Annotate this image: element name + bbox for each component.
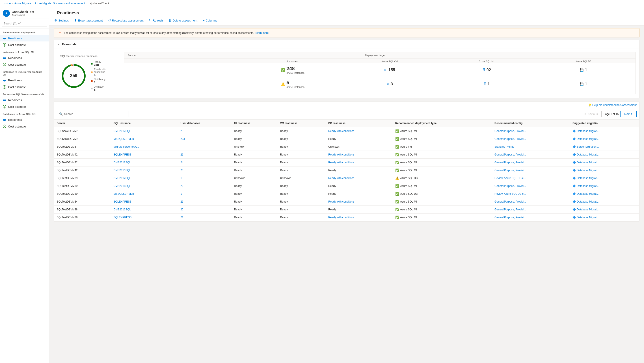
sql-instance-link[interactable]: DMS2016SQL: [114, 184, 131, 188]
table-toolbar: 🔍 < Previous Page 1 of 15 Next >: [54, 108, 639, 120]
sidebar-item-vm-cost[interactable]: $ Cost estimate: [0, 84, 49, 90]
learn-more-link[interactable]: Learn more.: [255, 31, 269, 34]
suggested-link[interactable]: Server Migration...: [577, 145, 599, 148]
essentials-header[interactable]: ▼ Essentials: [54, 40, 639, 48]
breadcrumb-azure-migrate[interactable]: Azure Migrate: [14, 2, 31, 5]
export-button[interactable]: ⬇ Export assessment: [74, 18, 103, 23]
sql-instance-link[interactable]: MSSQLSERVER: [114, 192, 134, 196]
sql-instance-link[interactable]: DMS2012SQL: [114, 130, 131, 133]
suggested-link[interactable]: Database Migrati...: [577, 208, 600, 211]
svg-point-8: [3, 57, 4, 59]
sidebar-search-input[interactable]: [2, 20, 47, 26]
col-mi-readiness[interactable]: MI readiness: [231, 120, 277, 127]
legend-conditions: Ready with conditions 5: [91, 68, 118, 77]
sidebar-item-vm-readiness[interactable]: Readiness: [0, 77, 49, 84]
svg-text:$: $: [4, 106, 5, 108]
suggested-link[interactable]: Database Migrati...: [577, 161, 600, 164]
col-vm-readiness[interactable]: VM readiness: [278, 120, 326, 127]
rec-config-link[interactable]: Standard_M8ms: [494, 145, 514, 148]
sidebar-item-srv-cost[interactable]: $ Cost estimate: [0, 103, 49, 110]
cell-sql-instance: MSSQLSERVER: [111, 135, 178, 143]
col-user-databases[interactable]: User databases: [178, 120, 231, 127]
sql-instance-link[interactable]: DMS2016SQL: [114, 169, 131, 172]
col-server[interactable]: Server: [54, 120, 111, 127]
suggested-link[interactable]: Database Migrati...: [577, 184, 600, 188]
sidebar-item-mi-cost[interactable]: $ Cost estimate: [0, 61, 49, 68]
suggested-link[interactable]: Database Migrati...: [577, 176, 600, 180]
rec-config-link[interactable]: GeneralPurpose, Provisi...: [494, 153, 526, 156]
cell-server: SQLTestDBVM38: [54, 214, 111, 222]
breadcrumb-discovery[interactable]: Azure Migrate: Discovery and assessment: [35, 2, 85, 5]
user-db-link[interactable]: 21: [180, 153, 183, 156]
delete-button[interactable]: 🗑 Delete assessment: [168, 18, 198, 23]
sidebar-item-db-readiness[interactable]: Readiness: [0, 116, 49, 123]
suggested-link[interactable]: Database Migrati...: [577, 216, 600, 219]
breadcrumb-home[interactable]: Home: [4, 2, 11, 5]
previous-button[interactable]: < Previous: [580, 111, 602, 117]
suggested-link[interactable]: Database Migrati...: [577, 200, 600, 203]
next-button[interactable]: Next >: [620, 111, 636, 117]
recalculate-button[interactable]: ↺ Recalculate assessment: [108, 18, 144, 23]
chart-container: SQL Server instance readiness: [58, 52, 120, 94]
user-db-link[interactable]: 2: [180, 130, 182, 133]
rec-config-link[interactable]: GeneralPurpose, Provisi...: [494, 161, 526, 164]
user-db-link[interactable]: 21: [180, 216, 183, 219]
cell-rec-config: GeneralPurpose, Provisi...: [492, 135, 570, 143]
sql-instance-link[interactable]: SQLEXPRESS: [114, 216, 132, 219]
sql-instance-link[interactable]: SQLEXPRESS: [114, 153, 132, 156]
user-db-link[interactable]: 21: [180, 200, 183, 203]
user-db-link[interactable]: 24: [180, 161, 183, 164]
pagination: < Previous Page 1 of 15 Next >: [580, 111, 636, 117]
rec-config-link[interactable]: GeneralPurpose, Provisi...: [494, 216, 526, 219]
sql-instance-link[interactable]: Migrate server to Az...: [114, 145, 140, 148]
sidebar-search-container: [0, 19, 49, 28]
cell-sql-instance: SQLEXPRESS: [111, 214, 178, 222]
user-db-link[interactable]: 20: [180, 169, 183, 172]
rec-config-link[interactable]: GeneralPurpose, Provisi...: [494, 184, 526, 188]
refresh-button[interactable]: ↻ Refresh: [148, 18, 163, 23]
rec-config-link[interactable]: GeneralPurpose, Provisi...: [494, 130, 526, 133]
sidebar-item-mi-readiness[interactable]: Readiness: [0, 54, 49, 61]
rec-config-link[interactable]: Review Azure SQL DB c...: [494, 192, 526, 196]
rec-config-link[interactable]: GeneralPurpose, Provisi...: [494, 137, 526, 140]
suggested-link[interactable]: Database Migrati...: [577, 137, 600, 140]
columns-icon: ≡: [203, 18, 204, 22]
rec-config-link[interactable]: GeneralPurpose, Provisi...: [494, 200, 526, 203]
col-sql-instance[interactable]: SQL instance: [111, 120, 178, 127]
col-rec-config[interactable]: Recommended config...: [492, 120, 570, 127]
sql-instance-link[interactable]: SQLEXPRESS: [114, 200, 132, 203]
col-db-readiness[interactable]: DB readiness: [326, 120, 392, 127]
sql-instance-link[interactable]: MSSQLSERVER: [114, 137, 134, 140]
cell-db-readiness: Ready: [326, 190, 392, 198]
sidebar-item-srv-readiness[interactable]: Readiness: [0, 96, 49, 103]
suggested-link[interactable]: Database Migrati...: [577, 169, 600, 172]
user-db-link[interactable]: 203: [180, 137, 185, 140]
sidebar-item-rec-cost[interactable]: $ Cost estimate: [0, 42, 49, 48]
more-options-button[interactable]: ···: [82, 10, 88, 16]
user-db-link[interactable]: 20: [180, 184, 183, 188]
rec-config-link[interactable]: GeneralPurpose, Provisi...: [494, 208, 526, 211]
user-db-link[interactable]: 1: [180, 192, 182, 196]
help-link[interactable]: 💡 Help me understand this assessment: [588, 104, 636, 107]
sidebar-item-db-cost[interactable]: $ Cost estimate: [0, 123, 49, 130]
svg-text:$: $: [4, 44, 5, 46]
user-db-link[interactable]: 1: [180, 176, 182, 180]
table-search-input[interactable]: [64, 112, 126, 116]
check-deploy-icon: ✅: [395, 129, 399, 133]
settings-button[interactable]: ⚙ Settings: [54, 18, 69, 23]
sidebar-item-rec-readiness[interactable]: Readiness: [0, 35, 49, 42]
col-deploy-type[interactable]: Recommended deployment type: [392, 120, 492, 127]
svg-point-9: [4, 57, 6, 59]
sql-instance-link[interactable]: DMS2016SQL: [114, 208, 131, 211]
sql-instance-link[interactable]: DMS2012SQL: [114, 176, 131, 180]
suggested-link[interactable]: Database Migrati...: [577, 130, 600, 133]
rec-config-link[interactable]: Review Azure SQL DB c...: [494, 176, 526, 180]
columns-button[interactable]: ≡ Columns: [202, 18, 218, 23]
sql-instance-link[interactable]: DMS2012SQL: [114, 161, 131, 164]
suggested-link[interactable]: Database Migrati...: [577, 192, 600, 196]
toolbar: ⚙ Settings ⬇ Export assessment ↺ Recalcu…: [54, 18, 640, 25]
user-db-link[interactable]: 20: [180, 208, 183, 211]
suggested-link[interactable]: Database Migrati...: [577, 153, 600, 156]
rec-config-link[interactable]: GeneralPurpose, Provisi...: [494, 169, 526, 172]
col-suggested[interactable]: Suggested migratio...: [570, 120, 639, 127]
